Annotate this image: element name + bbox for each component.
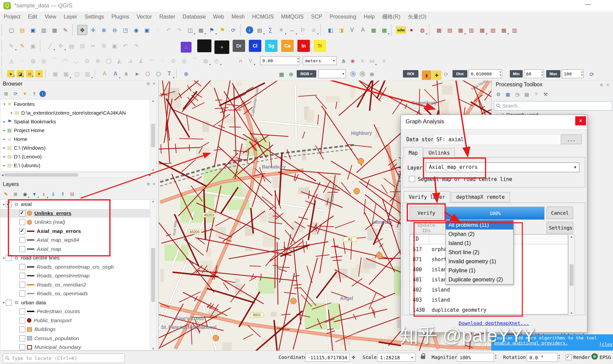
manage-themes-icon[interactable]: ◉▾ — [21, 190, 29, 199]
current-edits-icon[interactable]: ✎▾ — [6, 41, 17, 51]
float-panel-icon[interactable]: ⧉ — [147, 82, 150, 86]
delete-selected-icon[interactable]: ⊟ — [77, 41, 87, 51]
collapse-all-layers-icon[interactable]: ⇑ — [58, 190, 67, 199]
grid-tool-icon-2[interactable]: ▦▾ — [379, 25, 389, 35]
table-scrollbar[interactable]: ▲▼ — [568, 234, 575, 316]
scp-run-icon[interactable]: ⟳ — [587, 69, 596, 79]
locator-search-input[interactable]: Type to locate (Ctrl+K) — [3, 354, 125, 363]
catchment-tile[interactable]: Ca — [281, 40, 294, 52]
cad-tool-icon-13[interactable]: ∡ — [136, 56, 146, 66]
layout-manager-icon[interactable]: ▦ — [50, 25, 60, 35]
menu-layer[interactable]: Layer — [60, 14, 81, 20]
menu-r[interactable]: 栅格(R) — [378, 13, 404, 21]
layer-visibility-checkbox[interactable] — [6, 201, 12, 207]
expander-icon[interactable]: ▸ — [2, 155, 6, 158]
layer-visibility-checkbox[interactable] — [19, 246, 25, 252]
menu-o[interactable]: 矢量(O) — [404, 13, 430, 21]
expand-all-icon[interactable]: ⇓ — [49, 190, 58, 199]
save-project-icon[interactable]: ▣ — [28, 25, 38, 35]
map-tips-icon[interactable]: ⚐ — [298, 25, 308, 35]
layer-combobox[interactable]: Axial_map_errors▼ — [426, 162, 579, 172]
layer-visibility-checkbox[interactable] — [19, 228, 25, 234]
attribute-table-icon[interactable]: ▤▾ — [255, 25, 265, 35]
cad-tool-icon-5[interactable]: ⌒ — [50, 56, 60, 66]
menu-raster[interactable]: Raster — [155, 14, 179, 20]
browser-item[interactable]: ▾★Favorites — [0, 99, 150, 108]
expander-icon[interactable]: ▸ — [10, 111, 14, 115]
menu-mesh[interactable]: Mesh — [228, 14, 249, 20]
label-tool-icon-3[interactable]: a — [121, 69, 131, 79]
menu-database[interactable]: Database — [179, 14, 210, 20]
browser-item[interactable]: ▸▤E:\ (ubuntu) — [0, 161, 150, 170]
scp-zoom-icon[interactable]: ⊕ — [286, 69, 296, 79]
layer-visibility-checkbox[interactable] — [19, 317, 25, 324]
browser-item[interactable]: ▸▤D:\ (Lenovo) — [0, 152, 150, 161]
rgb-combobox[interactable]: ▼ — [318, 69, 346, 78]
drawing-layer-tile[interactable]: Dr — [233, 40, 245, 52]
cad-tool-icon-1[interactable]: ◬ — [6, 56, 17, 66]
join-tool-icon[interactable]: ⋈▾ — [367, 56, 377, 66]
menu-plugins[interactable]: Plugins — [108, 14, 133, 20]
zoom-native-icon[interactable]: ◌ — [153, 25, 163, 35]
cad-tool-icon-14[interactable]: ◠ — [147, 56, 157, 66]
toolbox-search-input[interactable]: Search… — [494, 101, 612, 111]
collapse-all-icon[interactable]: ⇑ — [30, 89, 39, 98]
layer-visibility-checkbox[interactable] — [19, 326, 25, 332]
max-label-chip[interactable]: Max — [546, 70, 560, 78]
menu-hcmgis[interactable]: HCMGIS — [249, 14, 278, 20]
min-spinbox[interactable]: 60▲▼ — [524, 69, 544, 78]
cad-tool-icon-15[interactable]: ◌ — [157, 56, 168, 66]
layer-row[interactable]: Roads_os_openroads — [0, 289, 150, 298]
layer-row[interactable]: Axial_map_errors — [0, 227, 150, 236]
expander-icon[interactable]: ▾ — [2, 256, 6, 260]
settings-button[interactable]: Settings — [547, 222, 573, 234]
menu-vector[interactable]: Vector — [133, 14, 155, 20]
browser-item[interactable]: ▸▤C:\ (Windows) — [0, 143, 150, 152]
pointer-tool-icon[interactable]: ➤ — [132, 69, 142, 79]
cad-tool-icon-11[interactable]: ◭ — [114, 56, 124, 66]
zoom-question-icon[interactable]: ⊘▾ — [309, 25, 319, 35]
identify-features-icon[interactable]: i — [246, 26, 253, 34]
history-icon[interactable]: ◷ — [513, 90, 522, 99]
web-globe-icon[interactable]: ⊕ — [181, 69, 191, 79]
tab-verify-layer[interactable]: Verify layer — [404, 191, 450, 202]
expander-icon[interactable]: ▸ — [2, 120, 6, 123]
magnifier-spinbox[interactable]: 100% — [457, 353, 494, 362]
layer-visibility-checkbox[interactable] — [19, 308, 25, 314]
browser-item[interactable]: ▸▤D:\a_extention\zotero_store\storage\CA… — [0, 108, 150, 117]
snap-tolerance-spinbox[interactable]: 0.00▲▼ — [260, 56, 300, 65]
rotation-spinbox[interactable]: 0.0 ° — [527, 353, 558, 362]
text-tool-icon[interactable]: T▾ — [164, 69, 174, 79]
layer-visibility-checkbox[interactable] — [19, 264, 25, 270]
expander-icon[interactable]: ▸ — [2, 128, 6, 132]
cad-tool-icon-9[interactable]: ⊚ — [93, 56, 103, 66]
browser-item[interactable]: ▸⌂Home — [0, 134, 150, 143]
cad-tool-icon-6[interactable]: ◠ — [60, 56, 70, 66]
rgb-label-chip[interactable]: RGB = — [297, 70, 316, 78]
cad-tool-icon-10[interactable]: ◯ — [104, 56, 114, 66]
cad-tool-icon-3[interactable]: ◍ — [28, 56, 38, 66]
classification-tile[interactable]: Cl — [249, 40, 261, 52]
preview-a-icon-1[interactable]: ⓐ — [348, 69, 358, 79]
menu-processing[interactable]: Processing — [326, 14, 360, 20]
annotation-tool-icon[interactable]: A — [358, 25, 368, 35]
zoom-full-icon[interactable]: ◳ — [120, 25, 130, 35]
cad-tool-icon-7[interactable]: ◡ — [71, 56, 81, 66]
browser-vscrollbar[interactable]: ▲▼ — [150, 99, 156, 172]
refresh-map-icon[interactable]: ⟳ — [228, 25, 238, 35]
transform-tile[interactable]: Tr — [314, 40, 326, 52]
new-3d-map-view-icon[interactable]: ▦▾ — [196, 25, 206, 35]
edit-help-icon[interactable]: ? — [532, 90, 541, 99]
refresh-icon[interactable]: ⟳ — [11, 89, 20, 98]
layer-visibility-checkbox[interactable] — [19, 210, 25, 216]
properties-info-icon[interactable]: i — [39, 91, 46, 97]
layer-visibility-checkbox[interactable] — [19, 335, 25, 341]
cad-tool-icon-19[interactable]: ◍▾ — [201, 56, 211, 66]
cad-tool-icon-4[interactable]: ◎ — [39, 56, 49, 66]
min-label-chip[interactable]: Min — [510, 70, 523, 78]
dialog-titlebar[interactable]: Graph Analysis ✕ — [401, 115, 587, 129]
segment-map-checkbox[interactable] — [409, 176, 415, 182]
raster-plugin-icon-6[interactable]: ▤ — [488, 25, 498, 35]
cancel-button[interactable]: Cancel — [547, 207, 573, 219]
layer-visibility-checkbox[interactable] — [19, 273, 25, 279]
